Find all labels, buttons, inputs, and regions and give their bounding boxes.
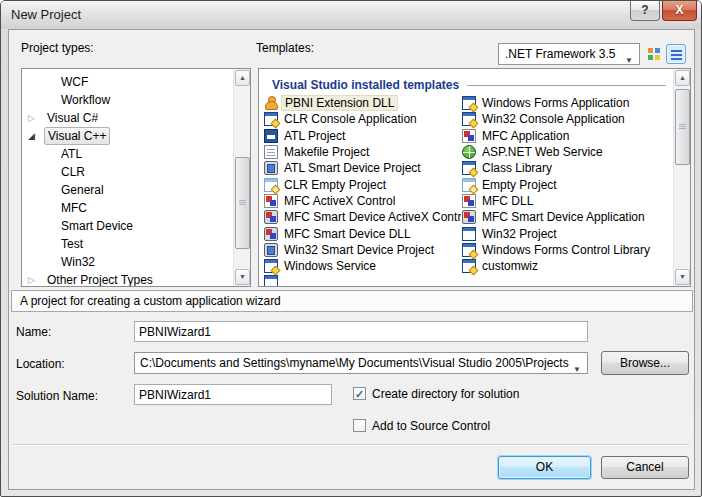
close-button[interactable]: X	[662, 1, 697, 21]
template-item-label: Windows Forms Control Library	[479, 243, 653, 257]
tree-scrollbar[interactable]: ▲ ▼	[233, 69, 250, 286]
template-item-label: customwiz	[479, 259, 541, 273]
scroll-thumb[interactable]	[235, 157, 250, 249]
template-item-customwiz[interactable]: customwiz	[462, 258, 674, 274]
template-item-mfc-application[interactable]: MFC Application	[462, 128, 674, 144]
location-combobox[interactable]: C:\Documents and Settings\myname\My Docu…	[134, 352, 588, 374]
mfc-device-dll-icon	[264, 227, 278, 241]
tree-item-smart-device[interactable]: Smart Device	[22, 217, 233, 235]
scroll-down-button[interactable]: ▼	[675, 269, 690, 285]
tree-item-mfc[interactable]: MFC	[22, 199, 233, 217]
template-item-mfc-smart-device-activex-control[interactable]: MFC Smart Device ActiveX Control	[264, 209, 461, 225]
template-item-mfc-smart-device-dll[interactable]: MFC Smart Device DLL	[264, 225, 461, 241]
templates-column-right: Windows Forms ApplicationWin32 Console A…	[462, 95, 674, 286]
tree-item-label: ATL	[58, 146, 85, 162]
tree-item-label: Visual C++	[44, 127, 110, 145]
template-item-asp-net-web-service[interactable]: ASP.NET Web Service	[462, 144, 674, 160]
create-directory-label: Create directory for solution	[372, 387, 519, 401]
template-item-class-library[interactable]: Class Library	[462, 160, 674, 176]
footer-divider	[13, 444, 689, 446]
solution-name-label: Solution Name:	[16, 389, 98, 403]
template-item-win32-console-application[interactable]: Win32 Console Application	[462, 111, 674, 127]
tree-item-test[interactable]: Test	[22, 235, 233, 253]
solution-name-input[interactable]	[134, 384, 332, 405]
template-item-label: MFC Smart Device DLL	[281, 227, 414, 241]
template-item-label: MFC Smart Device Application	[479, 210, 648, 224]
tree-item-visual-c[interactable]: ▷Visual C#	[22, 109, 233, 127]
scroll-up-button[interactable]: ▲	[235, 70, 250, 86]
aspnet-icon	[462, 145, 476, 159]
mfc-app-icon	[462, 129, 476, 143]
scroll-up-button[interactable]: ▲	[675, 70, 690, 86]
help-button[interactable]: ?	[630, 1, 660, 21]
icons-view-button[interactable]	[644, 44, 664, 64]
scroll-thumb[interactable]	[675, 89, 690, 165]
template-item-empty-project[interactable]: Empty Project	[462, 176, 674, 192]
template-item-atl-project[interactable]: ATL Project	[264, 128, 461, 144]
template-item-win32-smart-device-project[interactable]: Win32 Smart Device Project	[264, 242, 461, 258]
customwiz-icon	[462, 259, 476, 273]
tree-item-win32[interactable]: Win32	[22, 253, 233, 271]
cancel-button[interactable]: Cancel	[601, 456, 689, 479]
tree-item-atl[interactable]: ATL	[22, 145, 233, 163]
dialog-title: New Project	[11, 7, 81, 22]
mfc-device-app-icon	[462, 210, 476, 224]
template-item-label: Win32 Smart Device Project	[281, 243, 437, 257]
clr-console-icon	[264, 112, 278, 126]
new-project-dialog: New Project ? X Project types: Templates…	[0, 0, 702, 497]
tree-collapsed-icon[interactable]: ▷	[28, 113, 44, 123]
mfc-device-activex-icon	[264, 210, 278, 224]
add-source-control-label: Add to Source Control	[372, 419, 490, 433]
template-item-makefile-project[interactable]: Makefile Project	[264, 144, 461, 160]
name-label: Name:	[16, 325, 51, 339]
arrow-up-icon: ▲	[679, 74, 686, 81]
tree-item-label: General	[58, 182, 107, 198]
template-item-clr-empty-project[interactable]: CLR Empty Project	[264, 176, 461, 192]
browse-button[interactable]: Browse...	[601, 351, 689, 375]
templates-scrollbar[interactable]: ▲ ▼	[673, 69, 690, 286]
makefile-icon	[264, 145, 278, 159]
header-rule	[467, 85, 666, 86]
create-directory-checkbox[interactable]: ✓	[353, 387, 366, 400]
chevron-down-icon: ▼	[573, 360, 581, 374]
template-item-label: Class Library	[479, 161, 555, 175]
win32-icon	[462, 227, 476, 241]
template-item-mfc-activex-control[interactable]: MFC ActiveX Control	[264, 193, 461, 209]
tree-item-general[interactable]: General	[22, 181, 233, 199]
tree-item-label: CLR	[58, 164, 88, 180]
windows-service-icon	[264, 259, 278, 273]
tiles-icon	[648, 48, 653, 53]
template-item-win32-project[interactable]: Win32 Project	[462, 225, 674, 241]
details-view-button[interactable]	[666, 44, 686, 64]
tree-item-clr[interactable]: CLR	[22, 163, 233, 181]
template-item-label: CLR Console Application	[281, 112, 420, 126]
tree-expanded-icon[interactable]: ◢	[28, 131, 44, 141]
tree-collapsed-icon[interactable]: ▷	[28, 275, 44, 285]
template-item-atl-smart-device-project[interactable]: ATL Smart Device Project	[264, 160, 461, 176]
scroll-down-button[interactable]: ▼	[235, 269, 250, 285]
tree-item-other-project-types[interactable]: ▷Other Project Types	[22, 271, 233, 287]
add-source-control-checkbox[interactable]	[353, 419, 366, 432]
tree-item-wcf[interactable]: WCF	[22, 73, 233, 91]
project-types-label: Project types:	[21, 41, 94, 55]
template-item-mfc-smart-device-application[interactable]: MFC Smart Device Application	[462, 209, 674, 225]
template-item-pbni-extension-dll[interactable]: PBNI Extension DLL	[264, 95, 461, 111]
template-item-label: Windows Service	[281, 259, 379, 273]
class-library-icon	[462, 161, 476, 175]
location-label: Location:	[16, 357, 65, 371]
template-item-windows-forms-control-library[interactable]: Windows Forms Control Library	[462, 242, 674, 258]
title-bar[interactable]: New Project ? X	[1, 1, 701, 29]
template-item-label: MFC ActiveX Control	[281, 194, 398, 208]
template-item-windows-forms-application[interactable]: Windows Forms Application	[462, 95, 674, 111]
ok-button[interactable]: OK	[498, 456, 591, 479]
name-input[interactable]	[134, 321, 588, 342]
template-item-clr-console-application[interactable]: CLR Console Application	[264, 111, 461, 127]
framework-selector[interactable]: .NET Framework 3.5 ▼	[498, 43, 640, 65]
tree-item-label: WCF	[58, 74, 91, 90]
tree-item-workflow[interactable]: Workflow	[22, 91, 233, 109]
user-icon	[264, 96, 278, 110]
template-item-mfc-dll[interactable]: MFC DLL	[462, 193, 674, 209]
template-item-windows-service[interactable]: Windows Service	[264, 258, 461, 274]
tree-item-visual-c[interactable]: ◢Visual C++	[22, 127, 233, 145]
template-item-clipped[interactable]	[264, 274, 461, 286]
